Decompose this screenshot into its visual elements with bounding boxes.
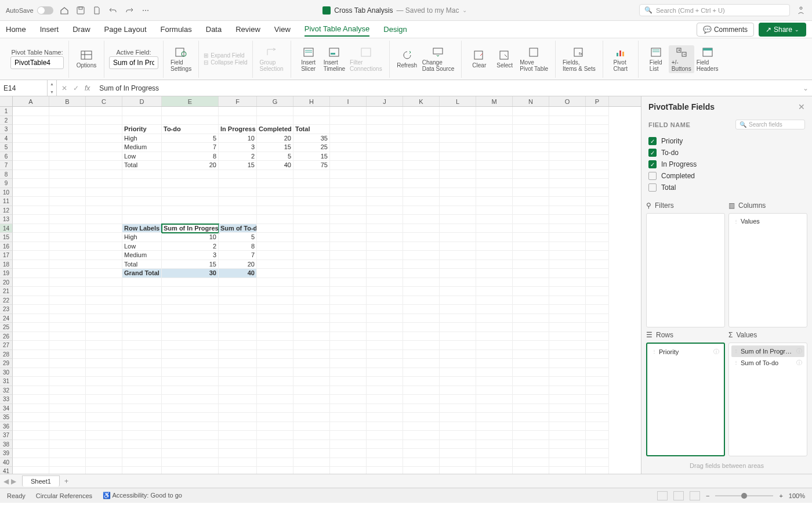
cell[interactable] [367, 395, 403, 404]
cell[interactable] [257, 314, 293, 323]
tab-formulas[interactable]: Formulas [161, 23, 192, 36]
cell[interactable] [257, 296, 293, 305]
cell[interactable] [440, 404, 476, 413]
cell[interactable] [440, 296, 476, 305]
info-icon[interactable]: ⓘ [796, 347, 802, 355]
cell[interactable] [219, 107, 257, 116]
row-header[interactable]: 40 [0, 458, 13, 467]
cell[interactable] [49, 332, 86, 341]
cell[interactable] [162, 431, 219, 440]
cell[interactable] [162, 377, 219, 386]
cell[interactable] [293, 170, 330, 179]
cell[interactable] [293, 278, 330, 287]
cell[interactable] [403, 341, 440, 350]
cell[interactable] [219, 305, 257, 314]
cell[interactable] [219, 206, 257, 215]
cell[interactable] [219, 323, 257, 332]
cell[interactable] [513, 422, 549, 431]
cell[interactable] [549, 413, 586, 422]
cell[interactable] [13, 377, 49, 386]
cell[interactable] [367, 386, 403, 395]
cell[interactable] [86, 179, 122, 188]
pm-buttons-button[interactable]: +− +/- Buttons [669, 45, 694, 73]
cell[interactable]: High [122, 134, 162, 143]
cell[interactable] [367, 179, 403, 188]
cell[interactable] [293, 206, 330, 215]
cell[interactable] [293, 269, 330, 278]
cell[interactable] [586, 377, 609, 386]
row-header[interactable]: 20 [0, 278, 13, 287]
cell[interactable] [513, 161, 549, 170]
cell[interactable] [586, 278, 609, 287]
cell[interactable] [330, 296, 367, 305]
info-icon[interactable]: ⓘ [796, 359, 802, 367]
cell[interactable] [403, 314, 440, 323]
cell[interactable] [257, 287, 293, 296]
cell[interactable] [13, 233, 49, 242]
save-icon[interactable] [75, 5, 86, 16]
cell[interactable] [586, 134, 609, 143]
cell[interactable] [49, 359, 86, 368]
cell[interactable]: 15 [257, 143, 293, 152]
cell[interactable] [257, 224, 293, 233]
cell[interactable] [293, 395, 330, 404]
cell[interactable]: 8 [219, 242, 257, 251]
cell[interactable] [513, 197, 549, 206]
row-header[interactable]: 8 [0, 170, 13, 179]
cell[interactable] [403, 431, 440, 440]
cell[interactable]: 3 [219, 143, 257, 152]
cell[interactable] [440, 314, 476, 323]
change-data-source-button[interactable]: Change Data Source [420, 45, 457, 73]
cell[interactable] [549, 323, 586, 332]
col-header[interactable]: A [13, 96, 49, 106]
cell[interactable] [122, 188, 162, 197]
cell[interactable] [219, 116, 257, 125]
cell[interactable] [403, 224, 440, 233]
cell[interactable] [403, 323, 440, 332]
cell[interactable] [403, 467, 440, 474]
cell[interactable]: 7 [219, 251, 257, 260]
cell[interactable] [476, 467, 513, 474]
cell[interactable] [86, 107, 122, 116]
cell[interactable] [549, 431, 586, 440]
cell[interactable] [367, 143, 403, 152]
cell[interactable] [513, 404, 549, 413]
col-header[interactable]: I [330, 96, 367, 106]
cell[interactable] [122, 431, 162, 440]
cell[interactable] [476, 305, 513, 314]
cell[interactable] [49, 341, 86, 350]
cell[interactable] [403, 152, 440, 161]
cell[interactable] [440, 467, 476, 474]
name-box[interactable]: E14 [0, 80, 48, 96]
cell[interactable] [162, 332, 219, 341]
cell[interactable] [549, 152, 586, 161]
cell[interactable] [513, 359, 549, 368]
cell[interactable] [586, 107, 609, 116]
cell[interactable] [162, 341, 219, 350]
cell[interactable] [49, 242, 86, 251]
cell[interactable] [13, 314, 49, 323]
cell[interactable] [257, 413, 293, 422]
cell[interactable] [257, 107, 293, 116]
cell[interactable] [13, 269, 49, 278]
cell[interactable]: Sum of In Progress [162, 224, 219, 233]
cell[interactable] [293, 449, 330, 458]
cell[interactable] [367, 287, 403, 296]
cell[interactable] [513, 188, 549, 197]
cell[interactable] [219, 287, 257, 296]
cell[interactable] [122, 197, 162, 206]
zoom-out-button[interactable]: − [706, 492, 709, 499]
cell[interactable] [86, 206, 122, 215]
cell[interactable] [586, 206, 609, 215]
cell[interactable] [513, 170, 549, 179]
cell[interactable] [86, 260, 122, 269]
cell[interactable] [440, 305, 476, 314]
cell[interactable] [162, 440, 219, 449]
cell[interactable] [367, 170, 403, 179]
cell[interactable] [257, 206, 293, 215]
cell[interactable] [219, 350, 257, 359]
cell[interactable] [330, 287, 367, 296]
cell[interactable] [257, 431, 293, 440]
cell[interactable] [367, 188, 403, 197]
cell[interactable] [476, 206, 513, 215]
